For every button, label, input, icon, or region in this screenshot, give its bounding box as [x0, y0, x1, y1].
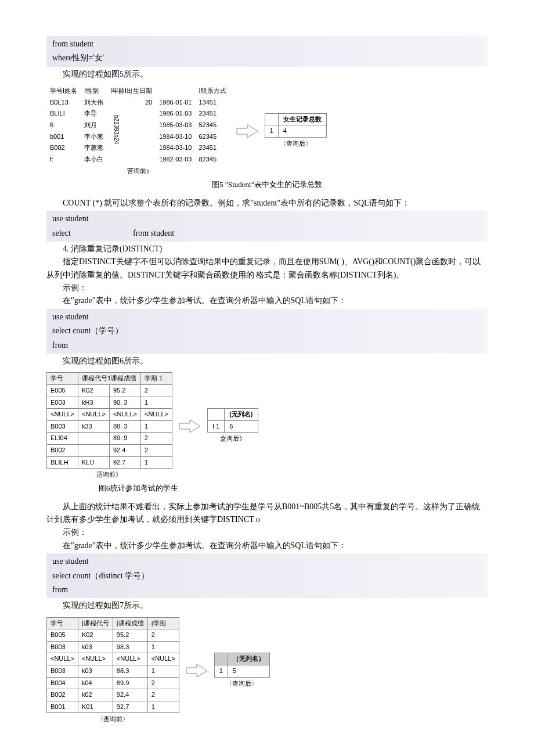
- result-header: （无列名）: [228, 653, 269, 665]
- paragraph: 在"grade"表中，统计多少学生参加考试。在查询分析器中输入的SQL语句如下：: [46, 539, 488, 552]
- paragraph: 实现的过程如图5所示。: [46, 68, 488, 81]
- fig7-table-before: 学号 |课程代号 |课程成绩 |学期 B005K0295.22 B003k039…: [46, 617, 179, 714]
- fig6-after-label: 盒询后》: [207, 434, 258, 444]
- fig5-result: 女生记录总数 14 〈查询后〉: [265, 113, 327, 149]
- code-line: select count（学号）: [52, 324, 482, 338]
- example-label: 示例：: [46, 526, 488, 539]
- code-block-2: use student select from student: [46, 211, 488, 242]
- code-block-1: from student where性别='女': [46, 36, 488, 67]
- paragraph: 从上面的统计结果不难看出，实际上参加考试的学生是学号从B001~B005共5名，…: [46, 501, 488, 527]
- fig5-table-before: 学号I姓名 I性别 I年龄I出生日期 I联系方式 B0L13刘大伟201986-…: [46, 85, 230, 165]
- fig6-table-before: 学号 课程代号1课程成绩 学期 1 E005K0295.22 E003kH390…: [46, 372, 172, 469]
- result-header: (无列名): [225, 409, 258, 421]
- code-line: where性别='女': [52, 51, 482, 65]
- example-label: 示例：: [46, 282, 488, 294]
- arrow-icon: [185, 662, 208, 679]
- paragraph: 在"grade"表中，统计多少学生参加考试。在查询分析器中输入的SQL语句如下：: [46, 294, 488, 307]
- code-block-3: use student select count（学号） from: [46, 309, 488, 354]
- fig7-before-label: 〈查询前〉: [46, 714, 179, 725]
- code-line: from: [52, 339, 482, 352]
- fig5-before-label: 苦询前): [46, 166, 230, 177]
- heading-4: 4. 消除重复记录(DISTINCT): [46, 243, 488, 255]
- code-block-4: use student select count（distinct 学号） fr…: [46, 553, 488, 598]
- fig5-after-label: 〈查询后〉: [265, 139, 327, 149]
- th: I联系方式: [195, 85, 229, 97]
- code-line: use student: [52, 555, 482, 568]
- fig5-caption: 图5 "Student"表中女生的记录总数: [46, 179, 488, 191]
- arrow-icon: [236, 123, 259, 140]
- fig7-result: （无列名） 15 〈查询后〉: [214, 653, 270, 689]
- code-line: select from student: [52, 226, 482, 240]
- paragraph: 实现的过程如图7所示。: [46, 599, 488, 612]
- arrow-icon: [178, 417, 201, 435]
- fig6-before-label: 适询前》: [46, 470, 172, 480]
- code-line: use student: [52, 212, 482, 226]
- fig6-caption: 图6统计参加考试的学生: [99, 483, 488, 495]
- code-line: from: [52, 583, 482, 597]
- figure-5: 学号I姓名 I性别 I年龄I出生日期 I联系方式 B0L13刘大伟201986-…: [46, 85, 488, 177]
- result-header: 女生记录总数: [278, 113, 326, 125]
- fig6-result: (无列名) I 16 盒询后》: [207, 408, 258, 444]
- code-line: from student: [52, 37, 482, 51]
- code-line: select count（distinct 学号）: [52, 569, 482, 583]
- vert-text: b21393b24: [110, 115, 122, 144]
- paragraph: 实现的过程如图6所示。: [46, 355, 488, 368]
- paragraph: COUNT (*) 就可以求整个表所有的记录数。例如，求"student"表中所…: [46, 197, 488, 210]
- figure-7: 学号 |课程代号 |课程成绩 |学期 B005K0295.22 B003k039…: [46, 617, 488, 725]
- th: 学号I姓名: [46, 85, 81, 97]
- paragraph: 指定DISTINCT关键字不但可以消除查询结果中的重复记录，而且在使用SUM( …: [46, 255, 488, 282]
- code-line: use student: [52, 310, 482, 324]
- fig7-after-label: 〈查询后〉: [214, 679, 270, 689]
- th: I性别: [81, 85, 107, 97]
- figure-6: 学号 课程代号1课程成绩 学期 1 E005K0295.22 E003kH390…: [46, 372, 488, 494]
- th: I年龄I出生日期: [107, 85, 156, 97]
